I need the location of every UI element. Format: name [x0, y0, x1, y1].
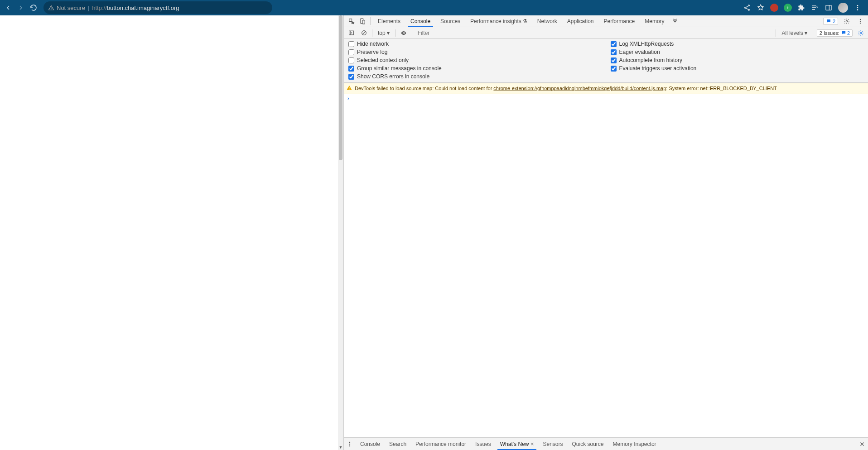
drawer-tab-console[interactable]: Console: [356, 438, 385, 450]
drawer-tab-search[interactable]: Search: [385, 438, 411, 450]
tab-memory[interactable]: Memory: [640, 15, 669, 27]
devtools-tabbar: Elements Console Sources Performance ins…: [344, 15, 868, 27]
console-warning-message[interactable]: DevTools failed to load source map: Coul…: [344, 83, 868, 94]
setting-eval-triggers[interactable]: Evaluate triggers user activation: [611, 65, 864, 72]
devtools-settings-icon[interactable]: [842, 18, 852, 24]
extension-icon-1[interactable]: [770, 4, 778, 12]
svg-point-2: [748, 9, 750, 10]
setting-selected-context[interactable]: Selected context only: [348, 57, 602, 63]
svg-line-18: [362, 31, 366, 34]
forward-button[interactable]: [16, 3, 25, 12]
warning-triangle-icon: [48, 5, 54, 11]
clear-console-icon[interactable]: [359, 29, 368, 38]
reading-list-icon[interactable]: [811, 4, 819, 12]
chat-icon: [826, 19, 831, 24]
tab-sources[interactable]: Sources: [436, 15, 465, 27]
scrollbar-thumb[interactable]: [339, 15, 342, 160]
svg-point-6: [857, 7, 858, 9]
drawer-tab-whats-new[interactable]: What's New×: [496, 438, 539, 450]
drawer-tab-performance-monitor[interactable]: Performance monitor: [411, 438, 471, 450]
chevron-down-icon: ▾: [387, 30, 390, 36]
console-settings-gear-icon[interactable]: [856, 30, 865, 36]
svg-point-14: [860, 22, 861, 23]
setting-group-similar[interactable]: Group similar messages in console: [348, 65, 602, 72]
svg-point-22: [349, 445, 350, 446]
setting-log-xhr[interactable]: Log XMLHttpRequests: [611, 41, 864, 47]
log-levels-selector[interactable]: All levels ▾: [780, 30, 809, 36]
setting-autocomplete-history[interactable]: Autocomplete from history: [611, 57, 864, 63]
warning-suffix: : System error: net::ERR_BLOCKED_BY_CLIE…: [666, 86, 777, 91]
context-selector[interactable]: top ▾: [376, 30, 391, 36]
svg-point-21: [349, 443, 350, 444]
warning-prefix: DevTools failed to load source map: Coul…: [355, 86, 493, 91]
address-bar[interactable]: Not secure | http://button.chal.imaginar…: [43, 1, 272, 14]
extension-icon-2[interactable]: +: [784, 4, 792, 12]
console-prompt[interactable]: ›: [344, 94, 868, 102]
drawer-tab-sensors[interactable]: Sensors: [538, 438, 567, 450]
svg-rect-10: [362, 20, 365, 24]
live-expression-icon[interactable]: [399, 29, 408, 38]
svg-point-7: [857, 9, 858, 10]
url-text: http://button.chal.imaginaryctf.org: [92, 5, 179, 11]
flask-icon: ⚗: [523, 18, 527, 24]
tab-network[interactable]: Network: [533, 15, 562, 27]
devtools-menu-icon[interactable]: [855, 18, 865, 24]
page-scrollbar[interactable]: ▲ ▼: [338, 15, 343, 450]
back-button[interactable]: [4, 3, 13, 12]
page-viewport: ▲ ▼: [0, 15, 343, 450]
drawer-tab-memory-inspector[interactable]: Memory Inspector: [608, 438, 661, 450]
messages-count: 2: [833, 19, 835, 24]
drawer-menu-icon[interactable]: [344, 438, 356, 450]
security-indicator[interactable]: Not secure: [48, 5, 85, 11]
svg-point-1: [745, 7, 746, 9]
issues-count: 2: [847, 30, 850, 36]
not-secure-label: Not secure: [57, 5, 85, 11]
device-toolbar-icon[interactable]: [357, 15, 367, 27]
setting-hide-network[interactable]: Hide network: [348, 41, 602, 47]
warning-icon: [347, 85, 352, 91]
svg-rect-8: [349, 19, 352, 21]
console-toolbar: top ▾ All levels ▾ 2 Issues: 2: [344, 27, 868, 39]
setting-preserve-log[interactable]: Preserve log: [348, 49, 602, 55]
bookmark-star-icon[interactable]: [757, 4, 765, 12]
svg-rect-3: [826, 5, 831, 10]
levels-label: All levels: [781, 30, 803, 36]
console-output: DevTools failed to load source map: Coul…: [344, 83, 868, 437]
console-settings-panel: Hide network Log XMLHttpRequests Preserv…: [344, 39, 868, 83]
tab-performance-insights[interactable]: Performance insights ⚗: [466, 15, 532, 27]
close-icon[interactable]: ×: [530, 441, 534, 447]
messages-badge[interactable]: 2: [823, 18, 838, 25]
issues-chip[interactable]: 2 Issues: 2: [817, 29, 853, 37]
svg-point-11: [846, 20, 848, 22]
side-panel-icon[interactable]: [825, 4, 833, 12]
setting-show-cors[interactable]: Show CORS errors in console: [348, 73, 602, 80]
devtools-panel: Elements Console Sources Performance ins…: [343, 15, 868, 450]
svg-point-13: [860, 20, 861, 21]
browser-menu-icon[interactable]: [854, 4, 862, 12]
profile-avatar[interactable]: [838, 3, 848, 13]
scroll-down-arrow-icon[interactable]: ▼: [338, 445, 343, 450]
tab-console[interactable]: Console: [406, 15, 435, 27]
console-sidebar-toggle-icon[interactable]: [347, 29, 356, 38]
warning-link[interactable]: chrome-extension://gfhomppaadldnginmbefm…: [493, 86, 666, 91]
context-label: top: [378, 30, 386, 36]
tab-performance[interactable]: Performance: [599, 15, 640, 27]
tab-elements[interactable]: Elements: [373, 15, 405, 27]
content-row: ▲ ▼ Elements Console Sources Performance…: [0, 15, 868, 450]
inspect-element-icon[interactable]: [347, 15, 357, 27]
reload-button[interactable]: [29, 3, 38, 12]
svg-point-0: [748, 5, 750, 6]
drawer-close-icon[interactable]: [856, 441, 868, 447]
toolbar-right: +: [743, 3, 864, 13]
prompt-caret-icon: ›: [347, 96, 349, 101]
drawer-tab-quick-source[interactable]: Quick source: [567, 438, 608, 450]
devtools-drawer: Console Search Performance monitor Issue…: [344, 437, 868, 450]
setting-eager-eval[interactable]: Eager evaluation: [611, 49, 864, 55]
drawer-tab-issues[interactable]: Issues: [471, 438, 496, 450]
tabs-overflow-icon[interactable]: [670, 15, 680, 27]
tab-application[interactable]: Application: [563, 15, 598, 27]
extensions-puzzle-icon[interactable]: [797, 4, 805, 12]
share-icon[interactable]: [743, 4, 751, 12]
console-filter-input[interactable]: [416, 29, 772, 37]
browser-toolbar: Not secure | http://button.chal.imaginar…: [0, 0, 868, 15]
